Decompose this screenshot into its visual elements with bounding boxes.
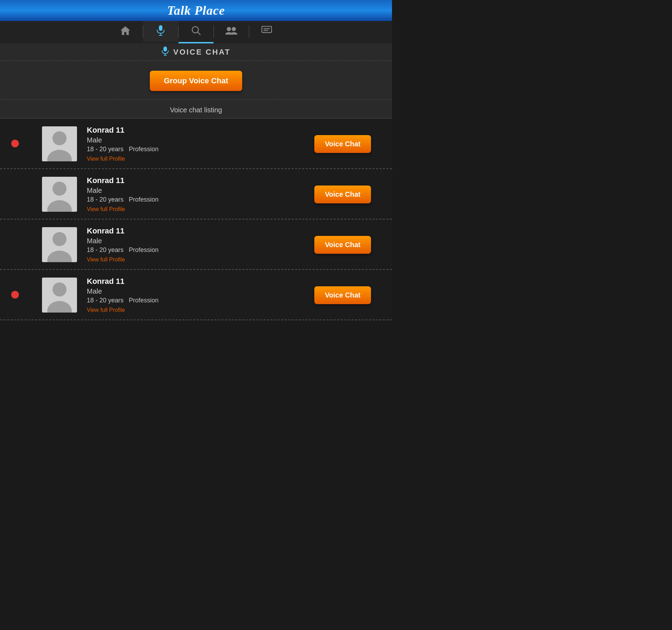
page-title-bar: VOICE CHAT	[0, 43, 392, 61]
user-info: Konrad 11 Male 18 - 20 years Profession …	[77, 226, 307, 263]
microphone-icon	[156, 25, 166, 38]
svg-line-5	[198, 32, 200, 35]
svg-rect-10	[262, 26, 272, 33]
voice-chat-button[interactable]: Voice Chat	[314, 186, 371, 203]
svg-point-7	[232, 27, 236, 31]
view-profile-link[interactable]: View full Profile	[87, 257, 307, 263]
user-gender: Male	[87, 237, 307, 245]
app-header: Talk Place	[0, 0, 392, 21]
user-details: 18 - 20 years Profession	[87, 297, 307, 304]
view-profile-link[interactable]: View full Profile	[87, 156, 307, 162]
avatar	[42, 126, 77, 161]
nav-messages[interactable]	[249, 21, 284, 42]
online-indicator	[11, 291, 19, 299]
active-indicator	[178, 42, 214, 43]
user-info: Konrad 11 Male 18 - 20 years Profession …	[77, 126, 307, 162]
view-profile-link[interactable]: View full Profile	[87, 307, 307, 313]
user-details: 18 - 20 years Profession	[87, 246, 307, 254]
nav-search[interactable]	[178, 21, 214, 42]
user-name: Konrad 11	[87, 126, 307, 135]
page-mic-icon	[161, 47, 169, 58]
app-logo: Talk Place	[167, 3, 225, 18]
user-list-item: Konrad 11 Male 18 - 20 years Profession …	[0, 219, 392, 270]
svg-point-6	[227, 27, 231, 31]
svg-marker-0	[120, 26, 130, 35]
navbar	[0, 21, 392, 42]
user-info: Konrad 11 Male 18 - 20 years Profession …	[77, 277, 307, 313]
nav-groups[interactable]	[214, 21, 249, 42]
user-gender: Male	[87, 287, 307, 295]
avatar	[42, 177, 77, 212]
online-indicator	[11, 140, 19, 147]
group-voice-chat-button[interactable]: Group Voice Chat	[150, 71, 242, 91]
svg-rect-1	[159, 25, 162, 31]
user-name: Konrad 11	[87, 176, 307, 185]
nav-home[interactable]	[108, 21, 143, 42]
user-list-item: Konrad 11 Male 18 - 20 years Profession …	[0, 270, 392, 320]
user-details: 18 - 20 years Profession	[87, 146, 307, 153]
svg-point-26	[52, 282, 66, 296]
svg-point-17	[52, 131, 66, 145]
group-button-area: Group Voice Chat	[0, 61, 392, 100]
listing-header: Voice chat listing	[0, 100, 392, 119]
user-name: Konrad 11	[87, 277, 307, 286]
page-title: VOICE CHAT	[173, 48, 231, 57]
user-gender: Male	[87, 136, 307, 144]
svg-point-9	[230, 32, 237, 35]
view-profile-link[interactable]: View full Profile	[87, 206, 307, 212]
voice-chat-button[interactable]: Voice Chat	[314, 286, 371, 304]
user-details: 18 - 20 years Profession	[87, 196, 307, 203]
avatar	[42, 227, 77, 262]
user-list-item: Konrad 11 Male 18 - 20 years Profession …	[0, 169, 392, 219]
voice-chat-button[interactable]: Voice Chat	[314, 236, 371, 254]
user-name: Konrad 11	[87, 226, 307, 236]
avatar	[42, 278, 77, 313]
home-icon	[120, 26, 131, 38]
user-info: Konrad 11 Male 18 - 20 years Profession …	[77, 176, 307, 212]
svg-rect-13	[163, 47, 167, 51]
search-icon	[191, 26, 201, 38]
user-list: Konrad 11 Male 18 - 20 years Profession …	[0, 119, 392, 320]
nav-microphone[interactable]	[143, 21, 178, 42]
svg-point-23	[52, 232, 66, 246]
groups-icon	[225, 26, 237, 37]
messages-icon	[261, 26, 272, 37]
voice-chat-button[interactable]: Voice Chat	[314, 135, 371, 153]
user-list-item: Konrad 11 Male 18 - 20 years Profession …	[0, 119, 392, 169]
user-gender: Male	[87, 187, 307, 195]
svg-point-20	[52, 182, 66, 196]
active-indicator-bar	[0, 42, 392, 43]
